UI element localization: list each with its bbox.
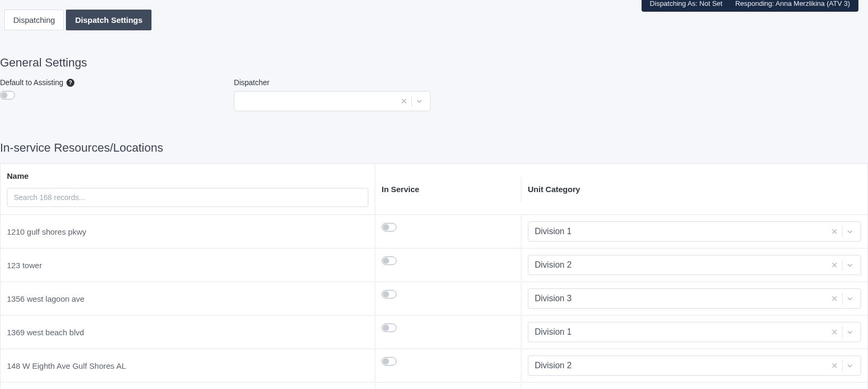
- clear-icon[interactable]: [827, 294, 842, 303]
- cell-in-service: [375, 249, 521, 281]
- table-row: 123 towerDivision 2: [1, 249, 867, 282]
- cell-unit-category: Division 3: [521, 282, 867, 315]
- cell-name: 1524 West beach blvd: [1, 383, 375, 389]
- in-service-toggle[interactable]: [382, 324, 397, 332]
- clear-icon[interactable]: [827, 227, 842, 236]
- default-to-assisting-toggle[interactable]: [0, 91, 15, 100]
- chevron-down-icon[interactable]: [412, 97, 427, 105]
- cell-name: 1369 west beach blvd: [1, 316, 375, 348]
- in-service-toggle[interactable]: [382, 223, 397, 231]
- cell-in-service: [375, 383, 521, 389]
- field-dispatcher: Dispatcher: [234, 78, 431, 111]
- table-row: 148 W Eighth Ave Gulf Shores ALDivision …: [1, 349, 867, 383]
- cell-in-service: [375, 283, 521, 314]
- column-header-name: Name: [1, 164, 375, 214]
- section-heading-general: General Settings: [0, 56, 868, 70]
- column-header-name-label: Name: [7, 171, 368, 180]
- search-input[interactable]: [7, 188, 368, 207]
- chevron-down-icon[interactable]: [842, 361, 857, 370]
- clear-icon[interactable]: [827, 261, 842, 269]
- cell-name: 123 tower: [1, 249, 375, 281]
- unit-category-select[interactable]: Division 1: [528, 221, 861, 242]
- responding-text: Responding: Anna Merzlikina (ATV 3): [735, 2, 850, 6]
- in-service-toggle[interactable]: [382, 256, 397, 265]
- default-to-assisting-label-row: Default to Assisting ?: [0, 78, 74, 87]
- chevron-down-icon[interactable]: [842, 261, 857, 269]
- help-icon[interactable]: ?: [66, 79, 74, 87]
- cell-unit-category: Division 2: [521, 349, 867, 382]
- cell-unit-category: Division 1: [521, 215, 867, 248]
- cell-unit-category: Division 1: [521, 316, 867, 349]
- dispatcher-select[interactable]: [234, 91, 431, 111]
- default-to-assisting-label: Default to Assisting: [0, 78, 63, 87]
- table-body: 1210 gulf shores pkwyDivision 1123 tower…: [1, 215, 867, 389]
- cell-in-service: [375, 350, 521, 382]
- chevron-down-icon[interactable]: [842, 328, 857, 336]
- table-header: Name In Service Unit Category: [1, 164, 867, 215]
- column-header-in-service: In Service: [375, 177, 521, 201]
- table-row: 1210 gulf shores pkwyDivision 1: [1, 215, 867, 249]
- unit-category-select[interactable]: Division 2: [528, 255, 861, 275]
- tab-dispatch-settings[interactable]: Dispatch Settings: [66, 10, 151, 30]
- cell-in-service: [375, 216, 521, 247]
- cell-name: 148 W Eighth Ave Gulf Shores AL: [1, 350, 375, 382]
- cell-name: 1356 west lagoon ave: [1, 283, 375, 314]
- clear-icon[interactable]: [827, 328, 842, 336]
- dispatcher-label: Dispatcher: [234, 78, 431, 87]
- unit-category-value: Division 1: [535, 227, 827, 236]
- cell-in-service: [375, 316, 521, 348]
- table-row: 1356 west lagoon aveDivision 3: [1, 282, 867, 316]
- unit-category-value: Division 1: [535, 327, 827, 337]
- cell-name: 1210 gulf shores pkwy: [1, 216, 375, 247]
- unit-category-value: Division 2: [535, 361, 827, 370]
- chevron-down-icon[interactable]: [842, 294, 857, 303]
- section-heading-in-service: In-service Resources/Locations: [0, 141, 868, 155]
- unit-category-select[interactable]: Division 3: [528, 288, 861, 309]
- dispatching-as-text: Dispatching As: Not Set: [650, 2, 723, 6]
- tab-dispatching[interactable]: Dispatching: [4, 10, 64, 30]
- unit-category-select[interactable]: Division 2: [528, 355, 861, 376]
- unit-category-select[interactable]: Division 1: [528, 322, 861, 342]
- unit-category-value: Division 2: [535, 260, 827, 270]
- resources-table: Name In Service Unit Category 1210 gulf …: [0, 163, 868, 389]
- unit-category-value: Division 3: [535, 294, 827, 303]
- field-default-to-assisting: Default to Assisting ?: [0, 78, 74, 111]
- chevron-down-icon[interactable]: [842, 227, 857, 236]
- status-bar: Dispatching As: Not Set Responding: Anna…: [642, 0, 858, 12]
- in-service-toggle[interactable]: [382, 290, 397, 299]
- cell-unit-category: Division 2: [521, 249, 867, 282]
- table-row: 1369 west beach blvdDivision 1: [1, 316, 867, 349]
- column-header-unit-category: Unit Category: [521, 177, 867, 201]
- clear-icon[interactable]: [397, 97, 411, 105]
- in-service-toggle[interactable]: [382, 357, 397, 366]
- table-row: 1524 West beach blvd: [1, 383, 867, 389]
- clear-icon[interactable]: [827, 361, 842, 370]
- cell-unit-category: [521, 383, 867, 389]
